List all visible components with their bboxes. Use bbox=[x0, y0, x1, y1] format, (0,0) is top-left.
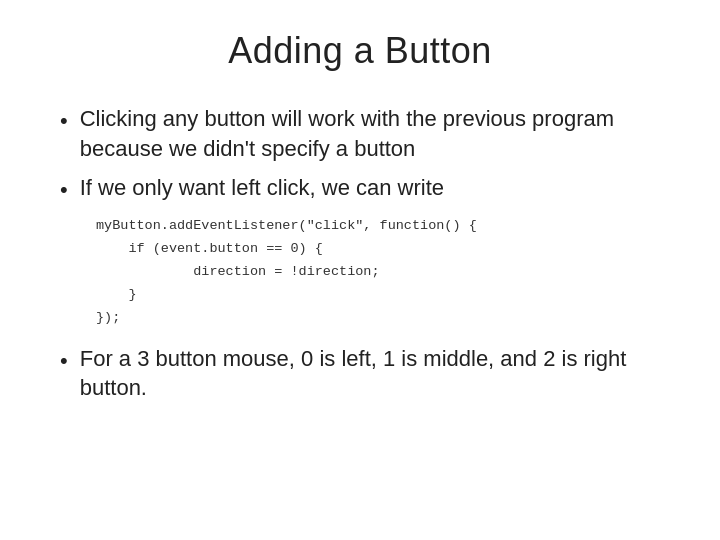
bullet-list: • Clicking any button will work with the… bbox=[60, 104, 660, 205]
bullet-list-2: • For a 3 button mouse, 0 is left, 1 is … bbox=[60, 344, 660, 403]
code-line-3: direction = !direction; bbox=[96, 261, 660, 284]
bullet-dot-1: • bbox=[60, 106, 68, 136]
code-line-5: }); bbox=[96, 307, 660, 330]
bullet-dot-2: • bbox=[60, 175, 68, 205]
bullet-dot-3: • bbox=[60, 346, 68, 376]
code-block: myButton.addEventListener("click", funct… bbox=[96, 215, 660, 330]
bullet-text-3: For a 3 button mouse, 0 is left, 1 is mi… bbox=[80, 344, 660, 403]
code-line-2: if (event.button == 0) { bbox=[96, 238, 660, 261]
page-title: Adding a Button bbox=[228, 30, 492, 72]
code-line-1: myButton.addEventListener("click", funct… bbox=[96, 215, 660, 238]
content-area: • Clicking any button will work with the… bbox=[60, 104, 660, 413]
bullet-item-2: • If we only want left click, we can wri… bbox=[60, 173, 660, 205]
bullet-item-1: • Clicking any button will work with the… bbox=[60, 104, 660, 163]
bullet-item-3: • For a 3 button mouse, 0 is left, 1 is … bbox=[60, 344, 660, 403]
code-line-4: } bbox=[96, 284, 660, 307]
bullet-text-2: If we only want left click, we can write bbox=[80, 173, 660, 203]
bullet-text-1: Clicking any button will work with the p… bbox=[80, 104, 660, 163]
